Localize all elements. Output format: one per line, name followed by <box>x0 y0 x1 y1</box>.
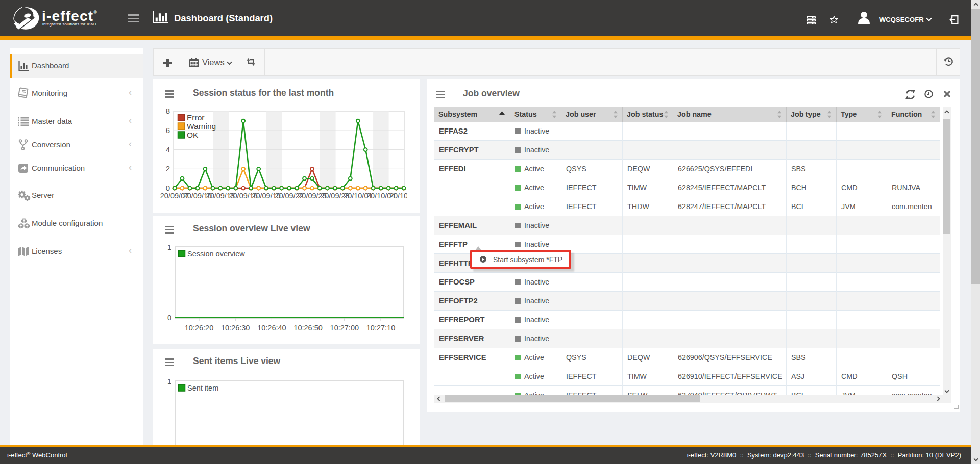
svg-text:10:27:00: 10:27:00 <box>330 324 359 332</box>
svg-text:Session overview: Session overview <box>187 250 245 258</box>
svg-text:20/10/07: 20/10/07 <box>389 192 407 200</box>
svg-text:Error: Error <box>187 113 204 122</box>
svg-text:Warning: Warning <box>187 122 216 131</box>
svg-text:Sent item: Sent item <box>187 384 218 392</box>
svg-text:6: 6 <box>166 126 170 135</box>
svg-text:0: 0 <box>167 314 172 322</box>
svg-text:8: 8 <box>166 107 170 115</box>
svg-text:1: 1 <box>167 243 172 251</box>
svg-text:10:26:20: 10:26:20 <box>185 324 213 332</box>
svg-text:10:26:50: 10:26:50 <box>293 324 322 332</box>
svg-text:0: 0 <box>166 184 170 192</box>
svg-text:10:27:10: 10:27:10 <box>366 324 395 332</box>
svg-text:OK: OK <box>187 131 199 139</box>
svg-text:10:26:40: 10:26:40 <box>257 324 286 332</box>
svg-text:4: 4 <box>166 145 170 154</box>
svg-text:1: 1 <box>167 377 172 385</box>
svg-text:10:26:30: 10:26:30 <box>221 324 250 332</box>
svg-text:2: 2 <box>166 164 170 173</box>
